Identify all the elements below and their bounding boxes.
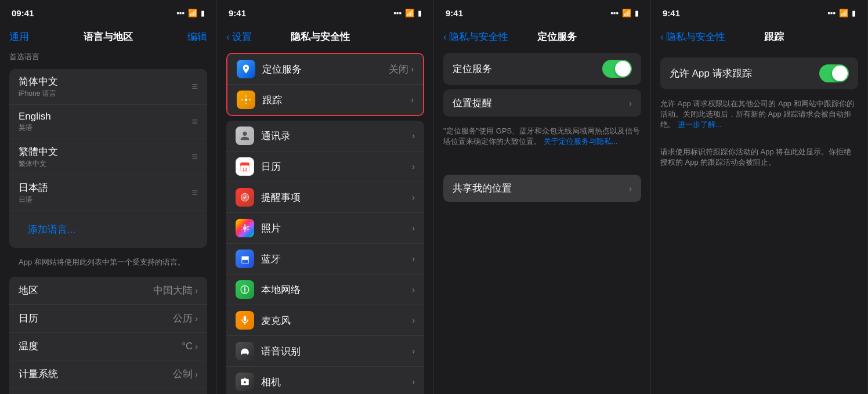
reminders-chevron: › — [412, 193, 415, 202]
tracking-toggle-row[interactable]: 允许 App 请求跟踪 — [660, 57, 858, 89]
screen4: 9:41 ▪▪▪ 📶 ▮ ‹ 隐私与安全性 跟踪 允许 App 请求跟踪 允许 … — [651, 0, 868, 394]
location-icon — [237, 60, 255, 78]
lang-row-en[interactable]: English 英语 ≡ — [9, 105, 207, 139]
back-button-3[interactable]: ‹ 隐私与安全性 — [443, 30, 508, 44]
top-privacy-list: 定位服务 关闭 › 跟踪 › — [226, 53, 424, 116]
camera-icon — [236, 373, 254, 391]
speech-chevron: › — [412, 346, 415, 356]
temperature-chevron: › — [195, 342, 198, 351]
calendar-privacy-label: 日历 — [261, 160, 281, 173]
tracking-toggle[interactable] — [819, 64, 849, 82]
tracking-toggle-label: 允许 App 请求跟踪 — [670, 67, 752, 80]
contacts-row[interactable]: 通讯录 › — [226, 121, 424, 151]
screen1: 09:41 ▪▪▪ 📶 ▮ 通用 语言与地区 编辑 首选语言 简体中文 iPho… — [0, 0, 217, 394]
location-link[interactable]: 关于定位服务与隐私... — [544, 137, 618, 146]
back-button-1[interactable]: 通用 — [9, 30, 29, 44]
localnetwork-icon — [236, 280, 254, 299]
region-chevron: › — [195, 286, 198, 295]
calendar-chevron: › — [195, 314, 198, 323]
speech-row[interactable]: 语音识别 › — [226, 336, 424, 367]
camera-chevron: › — [412, 377, 415, 386]
tracking-link[interactable]: 进一步了解... — [678, 120, 722, 129]
battery-icon-4: ▮ — [852, 9, 856, 17]
lang-title-en: English — [19, 111, 51, 122]
lang-row-ja[interactable]: 日本語 日语 ≡ — [9, 175, 207, 211]
location-reminder-label: 位置提醒 — [453, 96, 492, 110]
measurement-value: 公制 — [173, 367, 193, 381]
location-services-row[interactable]: 定位服务 关闭 › — [227, 54, 423, 85]
edit-button-1[interactable]: 编辑 — [187, 30, 207, 44]
camera-label: 相机 — [261, 375, 281, 389]
back-button-2[interactable]: ‹ 设置 — [226, 30, 252, 44]
lang-title-zhtw: 繁體中文 — [19, 145, 58, 158]
wifi-icon-2: 📶 — [405, 9, 414, 17]
measurement-row[interactable]: 计量系统 公制 › — [9, 360, 207, 388]
nav-title-3: 定位服务 — [537, 30, 577, 44]
location-reminder-row[interactable]: 位置提醒 › — [443, 89, 641, 117]
add-language-row[interactable]: 添加语言... — [9, 211, 207, 248]
camera-row[interactable]: 相机 › — [226, 367, 424, 394]
tracking-toggle-list: 允许 App 请求跟踪 — [660, 57, 858, 89]
temperature-row[interactable]: 温度 °C › — [9, 332, 207, 360]
signal-icon-4: ▪▪▪ — [827, 9, 836, 17]
nav-bar-4: ‹ 隐私与安全性 跟踪 — [651, 26, 867, 48]
drag-handle-ja: ≡ — [191, 187, 198, 199]
location-reminder-chevron: › — [629, 99, 632, 108]
tracking-row[interactable]: 跟踪 › — [227, 85, 423, 115]
bluetooth-label: 蓝牙 — [261, 252, 281, 266]
bluetooth-row[interactable]: ⬒ 蓝牙 › — [226, 244, 424, 274]
calendar-row[interactable]: 日历 公历 › — [9, 305, 207, 332]
tracking-description2: 请求使用标识符跟踪你活动的 App 将在此处显示。你拒绝授权的 App 的跟踪活… — [651, 142, 867, 172]
toggle-knob-location — [615, 61, 631, 77]
lang-subtitle-en: 英语 — [19, 123, 51, 133]
svg-point-7 — [243, 226, 247, 230]
share-location-row[interactable]: 共享我的位置 › — [443, 175, 641, 202]
screen2: 9:41 ▪▪▪ 📶 ▮ ‹ 设置 隐私与安全性 定位服务 关闭 › — [217, 0, 434, 394]
lang-subtitle-ja: 日语 — [19, 195, 48, 205]
preferred-lang-header: 首选语言 — [0, 48, 216, 64]
lang-row-zhtw[interactable]: 繁體中文 繁体中文 ≡ — [9, 139, 207, 175]
microphone-row[interactable]: 麦克风 › — [226, 305, 424, 336]
photos-icon — [236, 219, 254, 237]
location-description: "定位服务"使用 GPS、蓝牙和众包无线局域网热点以及信号塔位置来确定你的大致位… — [434, 121, 650, 151]
region-row[interactable]: 地区 中国大陆 › — [9, 277, 207, 305]
lang-row-zhcn[interactable]: 简体中文 iPhone 语言 ≡ — [9, 69, 207, 105]
add-language-label: 添加语言... — [19, 217, 85, 242]
number-format-row[interactable]: 每周第一天 周一 › — [9, 388, 207, 394]
wifi-icon-4: 📶 — [839, 9, 848, 17]
tracking-label: 跟踪 — [262, 93, 282, 107]
bluetooth-icon: ⬒ — [236, 250, 254, 268]
temperature-value: °C — [182, 341, 193, 352]
calendar-row-privacy[interactable]: 13 日历 › — [226, 151, 424, 182]
location-toggle-row[interactable]: 定位服务 — [443, 53, 641, 85]
tracking-description1: 允许 App 请求权限以在其他公司的 App 和网站中跟踪你的活动。关闭此选项后… — [651, 94, 867, 135]
lang-title-zhcn: 简体中文 — [19, 75, 58, 88]
wifi-icon-3: 📶 — [622, 9, 631, 17]
bluetooth-chevron: › — [412, 254, 415, 263]
location-toggle[interactable] — [602, 60, 632, 78]
reminders-row[interactable]: 提醒事项 › — [226, 182, 424, 213]
microphone-icon — [236, 311, 254, 330]
photos-row[interactable]: 照片 › — [226, 213, 424, 244]
battery-icon-2: ▮ — [418, 9, 422, 17]
language-footer: App 和网站将使用此列表中第一个受支持的语言。 — [0, 252, 216, 272]
contacts-icon — [236, 126, 254, 145]
status-icons-4: ▪▪▪ 📶 ▮ — [827, 9, 856, 17]
drag-handle-zhcn: ≡ — [191, 81, 198, 93]
nav-bar-1: 通用 语言与地区 编辑 — [0, 26, 216, 48]
back-button-4[interactable]: ‹ 隐私与安全性 — [660, 30, 725, 44]
localnetwork-chevron: › — [412, 285, 415, 294]
measurement-label: 计量系统 — [19, 367, 58, 381]
microphone-label: 麦克风 — [261, 314, 291, 327]
svg-point-11 — [244, 230, 246, 232]
nav-title-1: 语言与地区 — [84, 30, 133, 44]
tracking-chevron: › — [411, 95, 414, 104]
localnetwork-row[interactable]: 本地网络 › — [226, 274, 424, 305]
lang-subtitle-zhtw: 繁体中文 — [19, 159, 58, 169]
screen3: 9:41 ▪▪▪ 📶 ▮ ‹ 隐私与安全性 定位服务 定位服务 位置提醒 › "… — [434, 0, 651, 394]
nav-title-4: 跟踪 — [764, 30, 784, 44]
lang-subtitle-zhcn: iPhone 语言 — [19, 89, 58, 99]
svg-point-8 — [244, 224, 246, 226]
region-value: 中国大陆 — [153, 284, 193, 297]
calendar-privacy-chevron: › — [412, 162, 415, 171]
